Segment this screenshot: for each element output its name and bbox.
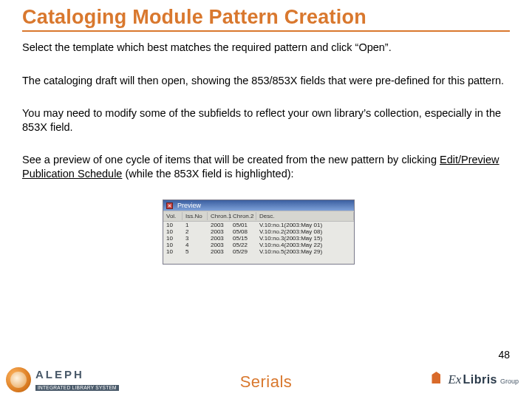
page-number: 48 [498,349,510,361]
slide-title: Cataloging Module Pattern Creation [22,6,510,32]
cell: 2003 [208,242,230,248]
cell: 05/22 [230,242,256,248]
cell: 4 [183,242,208,248]
table-row: 10 3 2003 05/15 V.10:no.3(2003:May 15) [163,235,354,242]
table-row: 10 4 2003 05/22 V.10:no.4(2003:May 22) [163,242,354,248]
cell: 2003 [208,222,230,228]
preview-header-row: Vol. Iss.No Chron.1 Chron.2 Desc. [163,211,354,222]
exlibris-ex: Ex [448,372,461,387]
footer-left: ALEPH INTEGRATED LIBRARY SYSTEM [6,367,119,392]
col-chron2: Chron.2 [230,212,256,220]
aleph-logo: ALEPH INTEGRATED LIBRARY SYSTEM [6,367,119,392]
cell: 10 [163,222,183,228]
col-desc: Desc. [256,212,354,220]
preview-title-text: Preview [177,202,201,209]
exlibris-group: Group [500,378,519,385]
cell: 05/08 [230,228,256,235]
aleph-name: ALEPH [35,369,119,380]
cell: 2003 [208,235,230,242]
footer: ALEPH INTEGRATED LIBRARY SYSTEM Serials … [0,364,532,399]
table-row: 10 2 2003 05/08 V.10:no.2(2003:May 08) [163,228,354,235]
table-row: 10 1 2003 05/01 V.10:no.1(2003:May 01) [163,222,354,228]
paragraph-2: The cataloging draft will then open, sho… [22,74,510,88]
preview-titlebar: Preview [163,200,354,211]
cell: 05/01 [230,222,256,228]
cell: V.10:no.4(2003:May 22) [256,242,354,248]
slide-body: Select the template which best matches t… [22,41,510,180]
cell: 2003 [208,228,230,235]
paragraph-4-b: (while the 853X field is highlighted): [122,168,293,180]
cell: 10 [163,228,183,235]
exlibris-icon [430,372,443,388]
cell: 2003 [208,248,230,255]
cell: V.10:no.5(2003:May 29) [256,248,354,255]
cell: V.10:no.2(2003:May 08) [256,228,354,235]
cell: 10 [163,235,183,242]
cell: 05/29 [230,248,256,255]
aleph-icon [6,367,31,392]
cell: 1 [183,222,208,228]
table-row: 10 5 2003 05/29 V.10:no.5(2003:May 29) [163,248,354,255]
close-icon [166,202,173,209]
aleph-text: ALEPH INTEGRATED LIBRARY SYSTEM [35,369,119,392]
paragraph-4-a: See a preview of one cycle of items that… [22,154,440,166]
cell: 5 [183,248,208,255]
footer-center: Serials [240,372,293,392]
exlibris-libris: Libris [463,373,497,386]
slide: Cataloging Module Pattern Creation Selec… [0,0,532,399]
col-issno: Iss.No [183,212,208,220]
paragraph-4: See a preview of one cycle of items that… [22,153,510,180]
aleph-tagline: INTEGRATED LIBRARY SYSTEM [35,385,119,392]
cell: 3 [183,235,208,242]
paragraph-1: Select the template which best matches t… [22,41,510,55]
cell: 05/15 [230,235,256,242]
exlibris-text: Ex Libris Group [448,372,519,387]
paragraph-3: You may need to modify some of the subfi… [22,106,510,134]
col-vol: Vol. [163,212,183,220]
cell: V.10:no.1(2003:May 01) [256,222,354,228]
cell: 2 [183,228,208,235]
cell: V.10:no.3(2003:May 15) [256,235,354,242]
exlibris-logo: Ex Libris Group [430,372,519,388]
cell: 10 [163,242,183,248]
col-chron1: Chron.1 [208,212,230,220]
cell: 10 [163,248,183,255]
preview-window: Preview Vol. Iss.No Chron.1 Chron.2 Desc… [163,200,355,265]
